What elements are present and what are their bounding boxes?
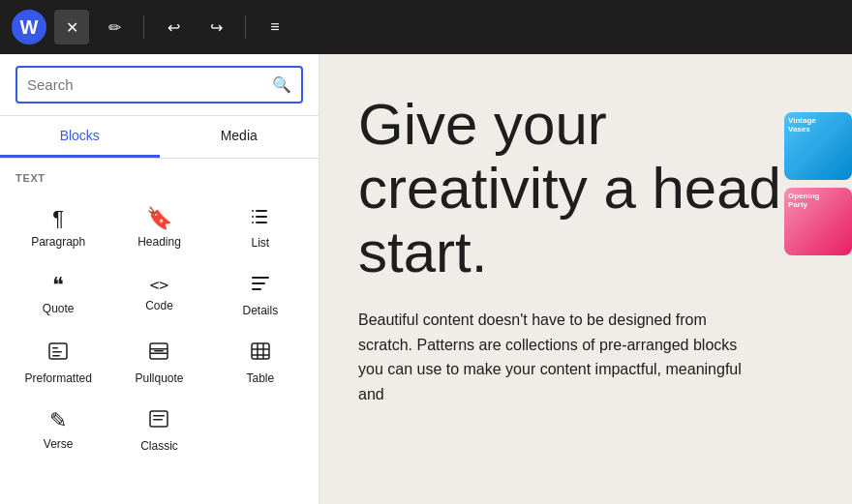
toolbar: W ✕ ✏ ↩ ↪ ≡ <box>0 0 852 54</box>
block-item-quote[interactable]: ❝ Quote <box>8 260 108 328</box>
svg-rect-17 <box>252 343 269 359</box>
svg-rect-16 <box>154 350 164 352</box>
svg-rect-7 <box>252 282 265 284</box>
toolbar-divider <box>143 15 144 39</box>
tab-blocks[interactable]: Blocks <box>0 116 160 158</box>
left-panel: 🔍 Blocks Media TEXT ¶ Paragraph <box>0 54 320 504</box>
block-label-details: Details <box>242 304 278 317</box>
search-input[interactable] <box>27 76 272 93</box>
classic-icon <box>148 408 169 433</box>
redo-button[interactable]: ↪ <box>198 10 233 44</box>
svg-rect-2 <box>256 222 267 223</box>
search-icon-button[interactable]: 🔍 <box>272 75 291 94</box>
details-icon <box>250 273 271 298</box>
block-label-classic: Classic <box>140 439 178 453</box>
search-area: 🔍 <box>0 54 319 116</box>
quote-icon: ❝ <box>52 275 64 296</box>
section-label-text: TEXT <box>0 166 319 190</box>
block-label-pullquote: Pullquote <box>135 371 183 385</box>
card-blue: VintageVases <box>784 112 852 180</box>
card-pink: OpeningParty <box>784 188 852 255</box>
svg-rect-23 <box>153 415 165 417</box>
tabs-bar: Blocks Media <box>0 116 319 159</box>
content-area: Give your creativity a head start. Beaut… <box>320 54 852 504</box>
block-item-details[interactable]: Details <box>210 260 311 328</box>
undo-button[interactable]: ↩ <box>156 10 191 44</box>
main-layout: 🔍 Blocks Media TEXT ¶ Paragraph <box>0 54 852 504</box>
svg-rect-3 <box>252 210 254 212</box>
block-list: TEXT ¶ Paragraph 🔖 Heading <box>0 159 319 504</box>
svg-rect-5 <box>252 222 254 223</box>
block-item-preformatted[interactable]: Preformatted <box>8 328 108 396</box>
block-item-heading[interactable]: 🔖 Heading <box>108 193 209 260</box>
block-item-verse[interactable]: ✎ Verse <box>8 396 108 463</box>
svg-rect-1 <box>256 216 267 218</box>
svg-rect-24 <box>153 419 163 421</box>
block-label-list: List <box>251 236 269 250</box>
block-label-code: Code <box>145 299 173 312</box>
block-item-classic[interactable]: Classic <box>108 396 209 463</box>
block-label-table: Table <box>246 371 274 385</box>
blocks-grid: ¶ Paragraph 🔖 Heading <box>0 190 319 467</box>
svg-rect-4 <box>252 216 254 218</box>
hero-body: Beautiful content doesn't have to be des… <box>358 308 765 406</box>
svg-rect-14 <box>150 348 167 350</box>
pullquote-icon <box>148 341 169 366</box>
block-label-paragraph: Paragraph <box>31 235 85 249</box>
svg-rect-6 <box>252 277 269 279</box>
block-label-verse: Verse <box>44 437 74 451</box>
search-box: 🔍 <box>15 66 303 104</box>
list-icon <box>250 206 271 230</box>
svg-rect-8 <box>252 288 261 290</box>
block-item-table[interactable]: Table <box>210 328 311 396</box>
tab-media[interactable]: Media <box>160 116 320 158</box>
block-label-heading: Heading <box>137 235 181 249</box>
side-cards: VintageVases OpeningParty <box>784 112 852 255</box>
hero-heading: Give your creativity a head start. <box>358 93 813 284</box>
svg-rect-15 <box>150 353 167 355</box>
block-item-paragraph[interactable]: ¶ Paragraph <box>8 193 108 260</box>
close-button[interactable]: ✕ <box>54 10 89 44</box>
table-icon <box>250 341 271 366</box>
toolbar-divider-2 <box>245 15 246 39</box>
edit-button[interactable]: ✏ <box>97 10 132 44</box>
code-icon: <> <box>150 278 168 293</box>
verse-icon: ✎ <box>49 410 67 431</box>
block-label-preformatted: Preformatted <box>24 371 91 385</box>
block-item-pullquote[interactable]: Pullquote <box>108 328 209 396</box>
heading-icon: 🔖 <box>146 208 172 229</box>
list-view-button[interactable]: ≡ <box>258 10 292 44</box>
wp-logo[interactable]: W <box>12 10 46 44</box>
paragraph-icon: ¶ <box>52 208 64 229</box>
svg-rect-10 <box>52 347 58 349</box>
block-item-list[interactable]: List <box>210 193 311 260</box>
card-pink-label: OpeningParty <box>784 188 852 213</box>
card-blue-label: VintageVases <box>784 112 852 137</box>
svg-rect-12 <box>52 355 60 357</box>
block-label-quote: Quote <box>43 302 75 315</box>
svg-rect-11 <box>52 351 62 353</box>
preformatted-icon <box>47 341 69 366</box>
search-icon: 🔍 <box>272 75 291 94</box>
svg-rect-0 <box>256 210 267 212</box>
block-item-code[interactable]: <> Code <box>108 260 209 328</box>
